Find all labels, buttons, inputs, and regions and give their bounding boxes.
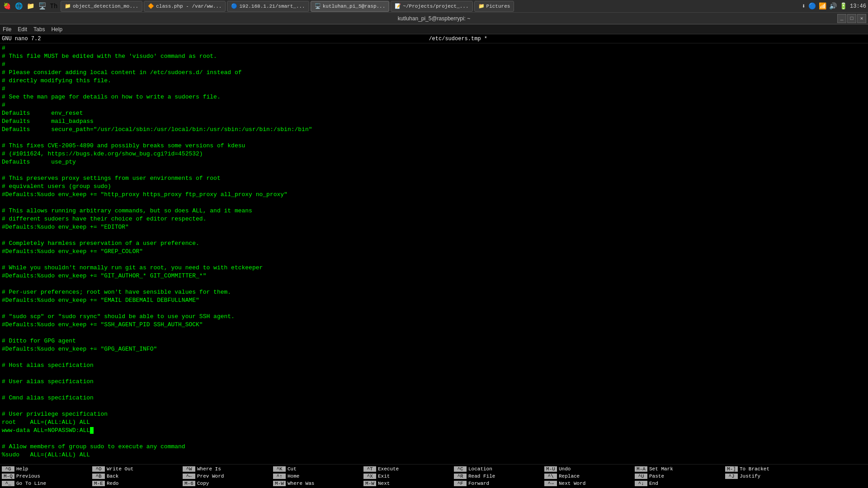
raspberry-icon[interactable]: 🍓: [2, 1, 12, 11]
shortcut-label: Redo: [107, 481, 118, 486]
code-line: [2, 329, 866, 337]
code-line: # This file MUST be edited with the 'vis…: [2, 52, 866, 61]
title-bar: kutluhan_pi_5@raspberrypi: ~ _ □ ✕: [0, 13, 868, 24]
shortcut-key: ^G: [2, 466, 14, 472]
files-icon[interactable]: 📁: [25, 1, 35, 11]
shortcut-prev-word[interactable]: ^← Prev Word: [181, 473, 271, 480]
shortcut-label: Where Is: [197, 466, 221, 472]
shortcut-key: M-W: [273, 481, 286, 486]
code-line: [2, 353, 866, 361]
shortcut-forward[interactable]: ^F Forward: [452, 480, 542, 487]
taskbar-app-editor[interactable]: 📝 ~/Projects/project_...: [391, 1, 472, 12]
shortcut-back[interactable]: ^B Back: [90, 473, 181, 480]
shortcut-paste[interactable]: ^U Paste: [633, 473, 723, 480]
code-line: [2, 134, 866, 142]
taskbar-app-class-php[interactable]: 🔶 class.php - /var/ww...: [144, 1, 226, 12]
code-line: #Defaults:%sudo env_keep += "GREP_COLOR": [2, 248, 866, 256]
menu-edit[interactable]: Edit: [18, 26, 27, 33]
shortcut-previous[interactable]: M-Q Previous: [0, 473, 90, 480]
taskbar-app-terminal[interactable]: 🖥️ kutluhan_pi_5@rasp...: [311, 1, 390, 12]
code-line-cursor: www-data ALL=NOPASSWD:ALL: [2, 427, 866, 435]
shortcut-execute[interactable]: ^T Execute: [362, 465, 452, 473]
shortcut-key: M-U: [544, 466, 557, 472]
terminal-icon[interactable]: 🖥️: [37, 1, 47, 11]
shortcut-where-is[interactable]: ^W Where Is: [181, 465, 271, 473]
menu-tabs[interactable]: Tabs: [33, 26, 45, 33]
menu-file[interactable]: File: [3, 26, 11, 33]
thonny-icon[interactable]: Th: [49, 1, 59, 11]
code-line: # "sudo scp" or "sudo rsync" should be a…: [2, 313, 866, 321]
shortcut-end[interactable]: ^↓ End: [633, 480, 723, 487]
code-line: [2, 256, 866, 264]
shortcut-key: ^K: [273, 466, 286, 472]
wifi-icon[interactable]: 📶: [819, 2, 826, 10]
shortcut-key: ^R: [454, 474, 467, 479]
code-line: # Ditto for GPG agent: [2, 337, 866, 345]
code-line: # See the man page for details on how to…: [2, 93, 866, 101]
shortcut-set-mark[interactable]: M-A Set Mark: [633, 465, 723, 473]
menu-bar: File Edit Tabs Help: [0, 24, 868, 34]
code-line: #Defaults:%sudo env_keep += "SSH_AGENT_P…: [2, 321, 866, 329]
bluetooth-icon[interactable]: 🔵: [808, 2, 816, 10]
shortcut-key: ^X: [363, 474, 376, 479]
shortcut-label: Where Was: [288, 481, 314, 486]
taskbar-app-pictures[interactable]: 📁 Pictures: [474, 1, 514, 12]
shortcut-read-file[interactable]: ^R Read File: [452, 473, 542, 480]
close-button[interactable]: ✕: [857, 14, 866, 23]
app-icon: 📁: [478, 3, 485, 9]
shortcut-to-bracket[interactable]: M-] To Bracket: [723, 465, 814, 473]
shortcut-key: M-E: [92, 481, 105, 486]
shortcut-help[interactable]: ^G Help: [0, 465, 90, 473]
code-line: # Allow members of group sudo to execute…: [2, 443, 866, 451]
volume-icon[interactable]: 🔊: [829, 2, 837, 10]
shortcut-label: Next Word: [559, 481, 585, 486]
code-line: # User privilege specification: [2, 410, 866, 418]
globe-icon[interactable]: 🌐: [14, 1, 24, 11]
shortcut-where-was[interactable]: M-W Where Was: [271, 480, 362, 487]
code-line: [2, 199, 866, 207]
minimize-button[interactable]: _: [837, 14, 846, 23]
shortcut-exit[interactable]: ^X Exit: [362, 473, 452, 480]
editor-area[interactable]: # # This file MUST be edited with the 'v…: [0, 43, 868, 464]
code-line: root ALL=(ALL:ALL) ALL: [2, 418, 866, 427]
shortcut-label: Copy: [197, 481, 209, 486]
shortcut-next[interactable]: M-W Next: [362, 480, 452, 487]
shortcut-label: Write Out: [107, 466, 133, 472]
shortcut-redo[interactable]: M-E Redo: [90, 480, 181, 487]
taskbar-app-object-detection[interactable]: 📁 object_detection_mo...: [61, 1, 142, 12]
shortcut-label: Read File: [468, 474, 495, 479]
shortcut-justify[interactable]: ^J Justify: [723, 473, 814, 480]
nano-bottom-bar: ^G Help ^O Write Out ^W Where Is ^K Cut …: [0, 464, 868, 488]
taskbar-app-browser[interactable]: 🔵 192.168.1.21/smart_...: [227, 1, 309, 12]
shortcut-home[interactable]: ^↑ Home: [271, 473, 362, 480]
code-line: # While you shouldn't normally run git a…: [2, 264, 866, 272]
nano-version: GNU nano 7.2: [2, 36, 41, 42]
menu-help[interactable]: Help: [51, 26, 62, 33]
code-line: # Please consider adding local content i…: [2, 69, 866, 77]
code-line: # different sudoers have their choice of…: [2, 215, 866, 223]
shortcut-location[interactable]: ^C Location: [452, 465, 542, 473]
shortcut-label: Paste: [649, 474, 664, 479]
clock: 13:46: [850, 3, 866, 9]
code-line: [2, 370, 866, 378]
battery-icon[interactable]: 🔋: [840, 2, 847, 10]
shortcut-write-out[interactable]: ^O Write Out: [90, 465, 181, 473]
shortcut-copy[interactable]: M-6 Copy: [181, 480, 271, 487]
code-line: # This fixes CVE-2005-4890 and possibly …: [2, 142, 866, 150]
window-title: kutluhan_pi_5@raspberrypi: ~: [398, 15, 471, 22]
shortcut-undo[interactable]: M-U Undo: [542, 465, 633, 473]
code-line: #Defaults:%sudo env_keep += "EDITOR": [2, 223, 866, 231]
download-icon[interactable]: ⬇: [802, 2, 806, 10]
code-line: #: [2, 85, 866, 93]
shortcut-key: ^W: [183, 466, 195, 472]
shortcut-label: End: [649, 481, 658, 486]
shortcut-key: M-Q: [2, 474, 14, 479]
app-icon: 🔵: [231, 3, 237, 9]
shortcut-key: ^C: [454, 466, 467, 472]
shortcut-replace[interactable]: ^\ Replace: [542, 473, 633, 480]
shortcut-go-to-line[interactable]: ^_ Go To Line: [0, 480, 90, 487]
shortcut-label: Help: [16, 466, 28, 472]
shortcut-cut[interactable]: ^K Cut: [271, 465, 362, 473]
shortcut-next-word[interactable]: ^→ Next Word: [542, 480, 633, 487]
maximize-button[interactable]: □: [847, 14, 856, 23]
